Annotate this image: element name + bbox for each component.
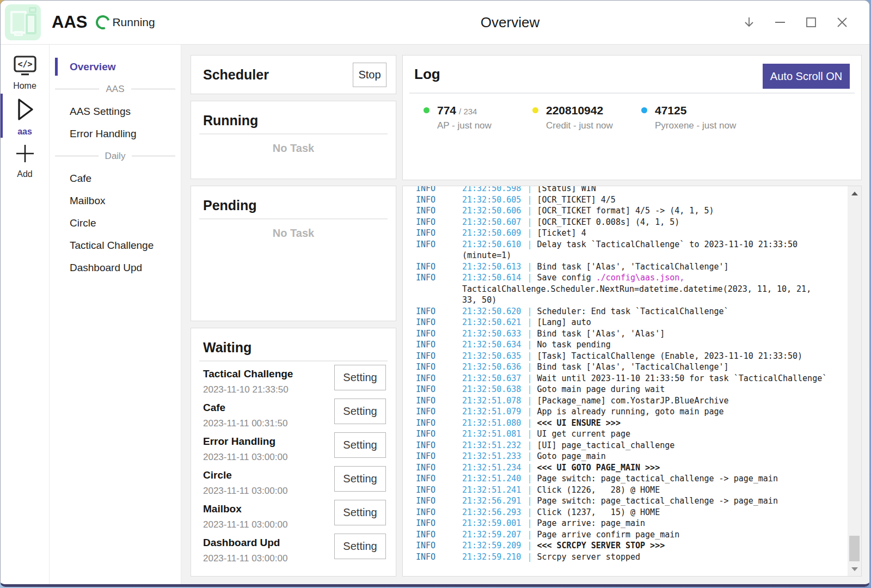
log-line: INFO21:32:51.232|[UI] page_tactical_chal… <box>416 440 829 451</box>
activity-bar: </>HomeaasAdd <box>1 45 50 584</box>
log-line: INFO21:32:50.636|Bind task ['Alas', 'Tac… <box>416 362 829 373</box>
nav-item-overview[interactable]: Overview <box>50 56 181 78</box>
log-line: INFO21:32:50.637|Wait until 2023-11-10 2… <box>416 373 829 384</box>
task-info: Tactical Challenge2023-11-10 21:33:50 <box>203 368 293 395</box>
nav-item-dashboard-upd[interactable]: Dashboard Upd <box>50 256 181 279</box>
nav-item-tactical-challenge[interactable]: Tactical Challenge <box>50 234 181 256</box>
waiting-task-row: Mailbox2023-11-11 03:00:00Setting <box>199 497 388 530</box>
log-line: INFO21:32:59.001|Page arrive: page_main <box>416 518 829 529</box>
task-setting-button[interactable]: Setting <box>334 399 386 424</box>
maximize-icon[interactable] <box>805 16 818 29</box>
scroll-up-icon[interactable] <box>848 186 861 200</box>
code-monitor-icon: </> <box>13 56 38 78</box>
log-lines: INFO21:32:50.598|[Status] WININFO21:32:5… <box>416 186 845 562</box>
task-name: Dashboard Upd <box>203 537 287 549</box>
task-next-run-time: 2023-11-11 03:00:00 <box>203 553 287 564</box>
task-info: Error Handling2023-11-11 03:00:00 <box>203 436 287 463</box>
stat-value: 220810942 <box>546 104 603 117</box>
log-line: INFO21:32:50.620|Scheduler: End task `Ta… <box>416 306 829 317</box>
log-line: INFO21:32:50.606|[OCR_TICKET format] 4/5… <box>416 205 829 217</box>
log-line: INFO21:32:51.081|UI get current page <box>416 428 829 440</box>
log-line: INFO21:32:50.610|Delay task `TacticalCha… <box>416 239 829 261</box>
log-line: INFO21:32:59.209|<<< SCRCPY SERVER STOP … <box>416 540 829 552</box>
task-next-run-time: 2023-11-11 00:31:50 <box>203 418 287 429</box>
nav-group-label: Daily <box>105 151 126 162</box>
scrollbar-thumb[interactable] <box>849 536 860 561</box>
running-empty-text: No Task <box>199 142 388 155</box>
log-panel: INFO21:32:50.598|[Status] WININFO21:32:5… <box>402 186 862 577</box>
resource-stats: 774/ 234AP - just now220810942Credit - j… <box>414 104 850 131</box>
app-logo-icon <box>5 4 41 40</box>
task-info: Circle2023-11-11 03:00:00 <box>203 469 287 497</box>
waiting-task-row: Tactical Challenge2023-11-10 21:33:50Set… <box>199 362 388 395</box>
scroll-down-icon[interactable] <box>848 562 861 576</box>
waiting-task-list: Tactical Challenge2023-11-10 21:33:50Set… <box>199 362 388 564</box>
running-card: Running No Task <box>191 101 396 179</box>
nav-group-divider: Daily <box>50 145 181 167</box>
minimize-icon[interactable] <box>774 16 787 29</box>
activitybar-item-home[interactable]: </>Home <box>1 56 49 91</box>
page-title: Overview <box>481 14 539 31</box>
activitybar-item-add[interactable]: Add <box>1 143 49 179</box>
pending-title: Pending <box>199 198 388 213</box>
stat-label: Credit - just now <box>546 120 613 131</box>
task-setting-button[interactable]: Setting <box>334 534 386 559</box>
task-info: Mailbox2023-11-11 03:00:00 <box>203 503 287 530</box>
arrow-down-icon[interactable] <box>743 16 756 29</box>
nav-item-cafe[interactable]: Cafe <box>50 167 181 189</box>
nav-item-error-handling[interactable]: Error Handling <box>50 122 181 145</box>
stat-dot-icon <box>641 107 647 113</box>
stop-button[interactable]: Stop <box>353 63 387 87</box>
nav-item-mailbox[interactable]: Mailbox <box>50 189 181 212</box>
stat-suffix: / 234 <box>459 107 477 116</box>
scheduler-title: Scheduler <box>203 67 269 83</box>
play-icon <box>14 97 36 124</box>
log-line: INFO21:32:50.609|[Ticket] 4 <box>416 228 829 239</box>
resource-stat: 220810942Credit - just now <box>532 104 641 131</box>
activitybar-item-label: Home <box>13 81 36 91</box>
waiting-card: Waiting Tactical Challenge2023-11-10 21:… <box>191 328 396 577</box>
log-line: INFO21:32:50.638|Goto main page during w… <box>416 384 829 395</box>
nav-item-aas-settings[interactable]: AAS Settings <box>50 100 181 122</box>
task-info: Cafe2023-11-11 00:31:50 <box>203 402 287 429</box>
stat-label: Pyroxene - just now <box>655 120 736 131</box>
auto-scroll-button[interactable]: Auto Scroll ON <box>763 64 850 89</box>
log-scrollbar[interactable] <box>848 186 861 576</box>
resource-stat: 47125Pyroxene - just now <box>641 104 750 131</box>
log-line: INFO21:32:50.633|Bind task ['Alas', 'Ala… <box>416 328 829 340</box>
waiting-title: Waiting <box>199 340 388 356</box>
log-line: INFO21:32:50.613|Bind task ['Alas', 'Tac… <box>416 261 829 273</box>
close-icon[interactable] <box>836 16 849 29</box>
waiting-task-row: Error Handling2023-11-11 03:00:00Setting <box>199 429 388 463</box>
waiting-task-row: Cafe2023-11-11 00:31:50Setting <box>199 395 388 429</box>
task-name: Mailbox <box>203 503 287 515</box>
log-line: INFO21:32:56.291|Page switch: page_tacti… <box>416 495 829 507</box>
task-setting-button[interactable]: Setting <box>334 466 386 492</box>
task-next-run-time: 2023-11-11 03:00:00 <box>203 452 287 463</box>
content-area: Scheduler Stop Running No Task Pending N… <box>181 45 869 584</box>
log-line: INFO21:32:51.080|<<< UI ENSURE >>> <box>416 418 829 429</box>
scheduler-status: Running <box>112 16 155 29</box>
pending-card: Pending No Task <box>191 186 396 321</box>
stat-label: AP - just now <box>437 120 492 131</box>
nav-item-circle[interactable]: Circle <box>50 212 181 234</box>
task-name: Circle <box>203 469 287 481</box>
scheduler-card: Scheduler Stop <box>191 55 396 94</box>
activitybar-item-label: Add <box>17 169 32 179</box>
resource-stat: 774/ 234AP - just now <box>424 104 532 131</box>
activitybar-item-aas[interactable]: aas <box>1 97 49 137</box>
nav-sidebar: OverviewAASAAS SettingsError HandlingDai… <box>50 45 181 584</box>
activitybar-item-label: aas <box>17 127 32 137</box>
task-setting-button[interactable]: Setting <box>334 500 386 525</box>
scheduler-column: Scheduler Stop Running No Task Pending N… <box>191 55 396 577</box>
task-name: Error Handling <box>203 436 287 448</box>
task-setting-button[interactable]: Setting <box>334 432 386 458</box>
main-area: </>HomeaasAdd OverviewAASAAS SettingsErr… <box>1 45 869 584</box>
task-name: Cafe <box>203 402 287 414</box>
pending-empty-text: No Task <box>199 227 388 240</box>
log-title: Log <box>414 66 440 83</box>
task-info: Dashboard Upd2023-11-11 03:00:00 <box>203 537 287 564</box>
task-setting-button[interactable]: Setting <box>334 365 386 390</box>
log-line: INFO21:32:50.607|[OCR_TICKET 0.008s] (4,… <box>416 217 829 228</box>
log-line: INFO21:32:51.240|Page switch: page_tacti… <box>416 473 829 485</box>
